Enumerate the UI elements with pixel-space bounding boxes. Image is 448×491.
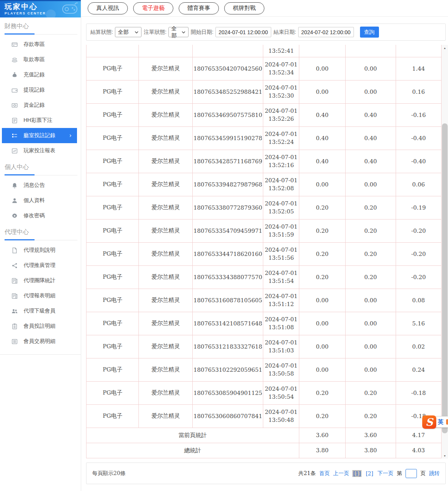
order-cell: 1807653142108571648 [192,312,263,335]
settle-status-select[interactable]: 全部 [115,27,141,37]
sidebar-item[interactable]: 會員投註明細 [2,319,77,334]
game-tab[interactable]: 真人視訊 [88,2,128,14]
bet-amount-cell: 0.00 [299,335,345,358]
page-size-text: 每頁顯示20條 [92,470,126,477]
game-cell [139,45,192,57]
bet-amount-cell: 0.20 [299,404,345,428]
sidebar-item[interactable]: 提現記錄 [2,82,77,98]
start-date-input[interactable] [215,27,271,37]
winloss-cell: 0.02 [396,335,441,358]
provider-cell: PG电子 [86,173,139,196]
order-cell [192,45,263,57]
sidebar-section-title: 個人中心 [0,163,81,171]
order-cell: 1807653060860707841 [192,404,263,428]
date-text: 2024-07-01 [263,339,299,347]
prev-page-link[interactable]: 上一页 [333,470,349,477]
provider-cell: PG电子 [86,381,139,404]
filter-panel: 結算狀態: 全部 注單狀態: 全部 開始日期: 結束日期: 查詢 [86,24,446,41]
sidebar-item[interactable]: 個人資料 [2,193,77,208]
table-row: PG电子爱尔兰精灵18076531421085716482024-07-0113… [86,312,442,335]
date-text: 2024-07-01 [263,200,299,208]
provider-cell: PG电子 [86,126,139,150]
winloss-cell: 5.16 [396,312,441,335]
game-tab[interactable]: 棋牌對戰 [224,2,264,14]
start-date-label: 開始日期: [191,29,214,36]
sidebar-item[interactable]: 取款專區 [2,52,77,67]
game-cell: 爱尔兰精灵 [139,312,192,335]
order-status-select[interactable]: 全部 [168,27,189,37]
sidebar-item-label: 存款專區 [24,41,45,48]
deposit-card-icon [11,41,18,48]
sidebar-item-label: 代理團隊統計 [24,277,55,284]
page-link[interactable]: [2] [365,470,374,477]
sidebar-item[interactable]: 代理報表明細 [2,288,77,303]
settle-status-label: 結算狀態: [90,29,113,36]
next-page-link[interactable]: 下一页 [377,470,393,477]
sidebar-item-label: 取款專區 [24,56,45,63]
time-cell: 2024-07-0113:52:26 [263,103,299,126]
valid-amount-cell [346,45,396,57]
sidebar-item[interactable]: 消息公告 [2,178,77,193]
provider-cell: PG电子 [86,103,139,126]
sidebar-item[interactable]: 資金記錄 [2,98,77,113]
provider-cell: PG电子 [86,265,139,289]
sogou-ime-widget[interactable]: 英 S [422,414,448,429]
order-status-label: 注單狀態: [144,29,167,36]
sidebar-item[interactable]: 存款專區 [2,37,77,52]
jump-page-input[interactable] [406,469,417,478]
sidebar-item-label: 代理規則說明 [24,247,55,254]
time-cell: 2024-07-0113:52:34 [263,57,299,80]
game-cell: 爱尔兰精灵 [139,265,192,289]
time-text: 13:51:59 [263,231,299,239]
time-cell: 2024-07-0113:50:58 [263,358,299,381]
sidebar-item[interactable]: 代理下級會員 [2,303,77,319]
sidebar-section-title: 代理中心 [0,228,81,236]
provider-cell: PG电子 [86,289,139,312]
order-cell: 1807653394827987968 [192,173,263,196]
provider-cell: PG电子 [86,150,139,173]
scroll-down-arrow-icon[interactable]: ▼ [442,453,448,459]
scrollbar-thumb[interactable] [442,123,448,433]
date-text: 2024-07-01 [263,153,299,161]
sidebar-item[interactable]: 會員交易明細 [2,334,77,349]
moneybag-icon [11,72,18,78]
game-cell: 爱尔兰精灵 [139,80,192,103]
order-cell: 1807653504207042560 [192,57,263,80]
first-page-link[interactable]: 首页 [319,470,330,477]
sidebar-item[interactable]: 代理規則說明 [2,243,77,258]
sidebar-item[interactable]: 充值記錄 [2,67,77,82]
game-cell: 爱尔兰精灵 [139,289,192,312]
jump-button[interactable]: 跳转 [429,470,440,477]
game-tab[interactable]: 體育賽事 [179,2,219,14]
ime-language-toggle[interactable]: 英 [438,418,443,426]
sidebar-item-label: 廳室投註記錄 [24,132,55,139]
valid-amount-cell: 0.20 [346,196,396,219]
page-link-current[interactable]: [1] [352,470,362,477]
winloss-cell: -0.40 [396,150,441,173]
order-cell: 1807653334388077570 [192,265,263,289]
end-date-input[interactable] [298,27,354,37]
game-tab[interactable]: 電子遊藝 [133,2,173,14]
chevron-right-icon: › [69,132,72,139]
table-row: PG电子爱尔兰精灵18076531022920596512024-07-0113… [86,358,442,381]
provider-cell: PG电子 [86,404,139,428]
bet-amount-cell: 0.40 [299,103,345,126]
sidebar-item[interactable]: 修改密碼 [2,208,77,223]
vertical-scrollbar[interactable]: ▲ ▼ [442,45,448,459]
valid-amount-cell: 0.00 [346,289,396,312]
sidebar-item[interactable]: 代理推廣管理 [2,258,77,273]
sogou-logo-icon[interactable]: S [422,415,436,429]
sidebar-item-label: 充值記錄 [24,71,45,78]
date-text: 2024-07-01 [263,177,299,185]
sidebar-item[interactable]: 廳室投註記錄› [2,128,77,143]
date-text: 2024-07-01 [263,269,299,277]
date-text: 2024-07-01 [263,292,299,300]
scroll-up-arrow-icon[interactable]: ▲ [442,45,448,51]
valid-amount-cell: 0.00 [346,80,396,103]
chevron-down-icon [135,31,138,33]
sidebar-item[interactable]: 代理團隊統計 [2,273,77,288]
sidebar-item[interactable]: 玩家投注報表 [2,143,77,158]
table-row: PG电子爱尔兰精灵18076533447186201602024-07-0113… [86,242,442,265]
sidebar-item[interactable]: HH彩票下注 [2,113,77,128]
search-button[interactable]: 查詢 [360,27,379,38]
